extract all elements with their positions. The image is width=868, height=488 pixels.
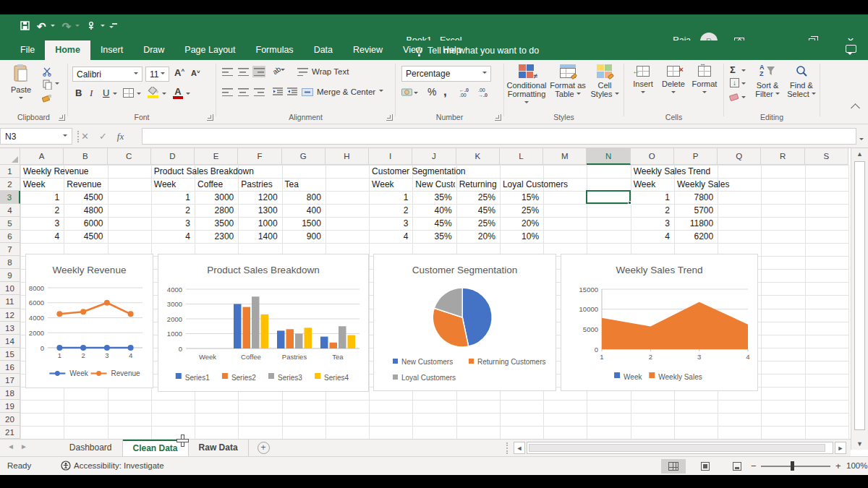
wrap-text-button[interactable]: Wrap Text xyxy=(297,67,349,76)
cell-P6[interactable]: 6200 xyxy=(677,230,713,243)
cell-A1[interactable]: Weekly Revenue xyxy=(23,165,89,178)
cell-A4[interactable]: 2 xyxy=(23,204,59,217)
column-header-E[interactable]: E xyxy=(195,148,238,165)
zoom-out-button[interactable]: − xyxy=(751,461,757,471)
tell-me-box[interactable]: Tell me what you want to do xyxy=(416,40,539,60)
decrease-font-button[interactable]: A˅ xyxy=(191,69,200,77)
cell-I1[interactable]: Customer Segmentation xyxy=(372,165,465,178)
sort-filter-button[interactable]: AZ Sort &Filter xyxy=(750,65,785,98)
fill-button[interactable]: ↓ xyxy=(730,78,739,87)
column-header-F[interactable]: F xyxy=(238,148,281,165)
cell-O2[interactable]: Week xyxy=(634,178,655,191)
align-right-button[interactable] xyxy=(252,86,265,98)
vertical-scroll-thumb[interactable] xyxy=(854,161,865,430)
column-header-H[interactable]: H xyxy=(326,148,369,165)
column-header-C[interactable]: C xyxy=(108,148,151,165)
scroll-up-icon[interactable]: ▲ xyxy=(854,150,866,158)
cell-B5[interactable]: 6000 xyxy=(67,217,103,230)
cell-P4[interactable]: 5700 xyxy=(677,204,713,217)
borders-caret-icon[interactable] xyxy=(137,93,141,97)
cell-F6[interactable]: 1400 xyxy=(241,230,277,243)
column-header-D[interactable]: D xyxy=(151,148,195,165)
copy-button[interactable] xyxy=(41,79,54,90)
formula-bar-splitter[interactable] xyxy=(77,131,79,142)
cell-E6[interactable]: 2300 xyxy=(197,230,234,243)
cell-I4[interactable]: 2 xyxy=(372,204,408,217)
row-header-16[interactable]: 16 xyxy=(0,361,20,374)
cell-O5[interactable]: 3 xyxy=(634,217,670,230)
insert-cells-button[interactable]: ← Insert xyxy=(629,66,658,97)
expand-formula-bar-icon[interactable] xyxy=(859,133,864,146)
customize-qat-icon[interactable] xyxy=(112,23,117,30)
cell-A5[interactable]: 3 xyxy=(23,217,59,230)
paste-button[interactable]: Paste xyxy=(6,64,36,103)
borders-icon[interactable] xyxy=(123,88,134,98)
collapse-ribbon-icon[interactable] xyxy=(851,103,860,113)
cell-K2[interactable]: Returning xyxy=(459,178,498,191)
vertical-scrollbar[interactable]: ▲ ▼ xyxy=(851,148,868,450)
comma-style-button[interactable]: , xyxy=(443,85,447,99)
cell-O6[interactable]: 4 xyxy=(634,230,670,243)
row-header-11[interactable]: 11 xyxy=(0,295,20,308)
find-select-button[interactable]: Find &Select xyxy=(785,65,818,98)
select-all-corner[interactable] xyxy=(0,148,20,165)
font-name-select[interactable]: Calibri xyxy=(72,67,142,82)
undo-caret-icon[interactable] xyxy=(51,25,55,29)
row-header-15[interactable]: 15 xyxy=(0,348,20,361)
cell-A6[interactable]: 4 xyxy=(23,230,59,243)
row-header-19[interactable]: 19 xyxy=(0,400,20,413)
sheet-tab-dashboard[interactable]: Dashboard xyxy=(59,440,123,456)
row-header-5[interactable]: 5 xyxy=(0,217,20,230)
cell-L5[interactable]: 20% xyxy=(503,217,539,230)
cell-J2[interactable]: New Customers xyxy=(415,178,454,191)
font-color-button[interactable]: A xyxy=(173,86,183,99)
row-header-12[interactable]: 12 xyxy=(0,309,20,322)
bold-button[interactable]: B xyxy=(75,87,82,98)
ribbon-tab-home[interactable]: Home xyxy=(45,40,90,60)
cell-D5[interactable]: 3 xyxy=(154,217,190,230)
cell-K3[interactable]: 25% xyxy=(459,191,495,204)
horizontal-scrollbar[interactable] xyxy=(527,442,833,454)
cell-P5[interactable]: 11800 xyxy=(677,217,713,230)
conditional-formatting-button[interactable]: ≠ ConditionalFormatting xyxy=(506,64,548,107)
cell-J5[interactable]: 45% xyxy=(415,217,451,230)
cell-P3[interactable]: 7800 xyxy=(677,191,713,204)
increase-decimal-button[interactable]: ←.0.00 xyxy=(459,87,469,98)
cell-J4[interactable]: 40% xyxy=(415,204,451,217)
decrease-indent-button[interactable] xyxy=(271,86,284,98)
insert-function-button[interactable]: fx xyxy=(117,131,124,142)
number-format-select[interactable]: Percentage xyxy=(401,66,491,82)
chart-weekly-revenue[interactable]: Weekly Revenue020004000600080001234WeekR… xyxy=(25,254,153,388)
cell-F2[interactable]: Pastries xyxy=(241,178,272,191)
cell-L3[interactable]: 15% xyxy=(503,191,539,204)
cell-D2[interactable]: Week xyxy=(154,178,176,191)
cell-I5[interactable]: 3 xyxy=(372,217,408,230)
scroll-down-icon[interactable]: ▼ xyxy=(854,440,866,448)
format-painter-button[interactable] xyxy=(41,92,54,103)
clear-button[interactable] xyxy=(729,93,740,103)
row-header-17[interactable]: 17 xyxy=(0,374,20,387)
accounting-format-button[interactable] xyxy=(401,87,418,98)
column-header-Q[interactable]: Q xyxy=(718,148,761,165)
increase-indent-button[interactable] xyxy=(286,86,299,98)
cell-E5[interactable]: 3500 xyxy=(197,217,234,230)
cell-B4[interactable]: 4800 xyxy=(67,204,103,217)
page-break-view-button[interactable] xyxy=(725,459,749,474)
ribbon-tab-draw[interactable]: Draw xyxy=(133,40,174,60)
cell-D3[interactable]: 1 xyxy=(154,191,190,204)
tab-scroll-splitter[interactable] xyxy=(506,442,508,454)
selected-cell-N3[interactable] xyxy=(586,190,630,204)
fill-caret-icon[interactable] xyxy=(741,82,746,87)
cell-I3[interactable]: 1 xyxy=(372,191,408,204)
row-header-10[interactable]: 10 xyxy=(0,282,20,295)
accessibility-status[interactable]: Accessibility: Investigate xyxy=(74,461,164,470)
cell-J3[interactable]: 35% xyxy=(415,191,451,204)
scroll-left-icon[interactable]: ◄ xyxy=(514,442,525,454)
bottom-align-button[interactable] xyxy=(252,66,265,77)
row-header-9[interactable]: 9 xyxy=(0,269,20,282)
cell-A2[interactable]: Week xyxy=(23,178,45,191)
row-header-21[interactable]: 21 xyxy=(0,426,20,439)
zoom-slider-handle[interactable] xyxy=(791,461,794,471)
sheet-nav-arrows[interactable]: ◄► xyxy=(0,440,39,450)
row-header-1[interactable]: 1 xyxy=(0,165,20,178)
